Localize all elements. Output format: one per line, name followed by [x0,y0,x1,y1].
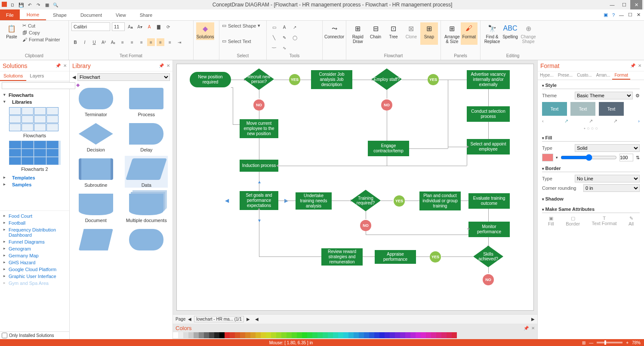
align-left-icon[interactable]: ≡ [119,38,126,46]
same-fill-button[interactable]: ▣Fill [548,216,554,226]
highlight-icon[interactable]: ▇ [155,23,163,31]
change-shape-button[interactable]: ⊕Change Shape [519,22,537,45]
cat-germany[interactable]: Germany Map [2,252,68,259]
tool-line-icon[interactable]: ╲ [270,34,278,41]
tool-arrow-icon[interactable]: ↗ [291,23,299,31]
node-recruit[interactable]: Recruit new person? [244,68,274,90]
cut-button[interactable]: ✂ Cut [22,22,60,29]
page-tab[interactable]: lowchart - HR ma... (1/1 [194,316,244,322]
bold-icon[interactable]: B [71,38,79,46]
fill-stepper-icon[interactable]: ⇅ [636,155,640,161]
shape-process[interactable]: Process [125,85,168,117]
cat-ghs[interactable]: GHS Hazard [2,259,68,266]
theme-swatch-1[interactable]: Text [542,102,567,116]
zoom-slider[interactable] [597,342,622,343]
tab-home[interactable]: Home [20,9,46,20]
shape-delay[interactable]: Delay [125,120,168,152]
corner-rounding-select[interactable]: 0 in [583,184,640,192]
chain-button[interactable]: ⊟Chain [367,22,384,45]
theme-prev-icon[interactable]: ‹ [542,118,544,124]
tool-text-icon[interactable]: A [280,23,288,31]
cat-genogram[interactable]: Genogram [2,245,68,252]
rapid-draw-button[interactable]: ⊞Rapid Draw [349,22,367,45]
shape-terminator[interactable]: Terminator [74,85,117,117]
pin-icon[interactable]: 📌 [55,63,61,68]
align-middle-icon[interactable]: ≡ [157,38,164,46]
border-type-select[interactable]: No Line [575,175,640,182]
theme-swatch-2[interactable]: Text [570,102,595,116]
solutions-button[interactable]: ◆Solutions [196,22,214,40]
copy-button[interactable]: 🗐 Copy [22,30,60,36]
fill-opacity-slider[interactable] [561,154,617,161]
shape-subroutine[interactable]: Subroutine [74,156,117,188]
font-size-select[interactable]: 11 [112,22,125,31]
tab-share[interactable]: Share [133,9,159,20]
tab-document[interactable]: Document [74,9,109,20]
node-set-goals[interactable]: Set goals and performance expectations [240,191,278,210]
node-engage[interactable]: Engage contractor/temp [368,141,409,156]
text-rotate-icon[interactable]: ⟳ [164,23,172,31]
node-select-app[interactable]: Select and appoint employee [467,139,510,154]
solutions-search-input[interactable] [2,82,75,89]
node-induction[interactable]: Induction process [240,160,278,172]
fmt-tab-arran[interactable]: Arran... [594,71,613,80]
file-menu[interactable]: File [0,9,20,20]
fill-color-swatch[interactable] [542,154,553,161]
cat-gym[interactable]: Gym and Spa Area [2,280,68,287]
lib-close-icon[interactable]: ✕ [166,63,170,68]
same-border-button[interactable]: ▢Border [566,216,580,226]
handle-left-icon[interactable]: ◀ [225,198,229,204]
shape-data[interactable]: Data [125,156,168,188]
format-panel-button[interactable]: 🖌Format [461,22,478,45]
shape-misc1[interactable] [74,226,117,253]
cat-gcp[interactable]: Google Cloud Platform [2,266,68,273]
format-painter-button[interactable]: 🖌 Format Painter [22,37,60,43]
colors-pin-icon[interactable]: 📌 [524,326,529,331]
library-select[interactable]: Flowchart [77,73,170,81]
tool-rect-icon[interactable]: ▭ [270,23,278,31]
node-appraise[interactable]: Appraise performance [375,250,416,264]
superscript-icon[interactable]: A² [100,38,108,46]
close-panel-icon[interactable]: ✕ [63,63,67,68]
lib-prev-icon[interactable]: ◀ [72,74,76,80]
node-consider[interactable]: Consider Job analysis Job description [311,70,352,89]
save-icon[interactable]: 💾 [18,2,24,8]
theme-gear-icon[interactable]: ⚙ [635,93,640,99]
font-color-icon[interactable]: A [145,23,153,31]
cat-football[interactable]: Football [2,219,68,226]
undo-icon[interactable]: ↶ [27,2,33,8]
node-undertake[interactable]: Undertake training needs analysis [296,192,332,210]
subscript-icon[interactable]: A₂ [109,38,117,46]
node-evaluate[interactable]: Evaluate training outcome [468,193,510,209]
fmt-tab-hype[interactable]: Hype... [538,71,556,80]
window-icon[interactable]: ▣ [604,12,608,18]
node-training[interactable]: Training required? [351,190,381,211]
fmt-close-icon[interactable]: ✕ [638,63,641,68]
fmt-tab-format[interactable]: Format [612,71,630,80]
tree-libraries[interactable]: Libraries [2,99,68,105]
tree-button[interactable]: ⊡Tree [385,22,402,45]
node-new-position[interactable]: New position required [190,72,231,87]
node-plan[interactable]: Plan and conduct individual or group tra… [419,192,461,210]
font-grow-icon[interactable]: A▴ [126,23,134,31]
tool-bezier-icon[interactable]: ∿ [280,44,288,52]
fmt-pin-icon[interactable]: 📌 [630,63,635,68]
tab-shape[interactable]: Shape [46,9,74,20]
node-advertise[interactable]: Advertise vacancy internally and/or exte… [467,70,510,89]
minimize-icon[interactable]: — [606,0,618,9]
theme-select[interactable]: Basic Theme [575,92,633,99]
status-icon[interactable]: ⊞ [582,340,585,345]
tab-view[interactable]: View [109,9,133,20]
maximize-icon[interactable]: ☐ [618,0,630,9]
scroll-right-icon[interactable]: ▶ [531,317,535,321]
redo-icon[interactable]: ↷ [35,2,41,8]
sub-close-icon[interactable]: ✕ [637,12,641,18]
lib-pin-icon[interactable]: 📌 [159,63,164,68]
shapeset-flowcharts2[interactable] [9,141,61,165]
tree-templates[interactable]: Templates [2,174,68,181]
arrange-size-button[interactable]: ⊞Arrange & Size [444,22,461,45]
paste-button[interactable]: 📋Paste [3,22,21,43]
tool-ellipse-icon[interactable]: ◯ [291,34,299,41]
zoom-in-icon[interactable]: + [626,340,629,345]
same-all-button[interactable]: ✎All [629,216,634,226]
